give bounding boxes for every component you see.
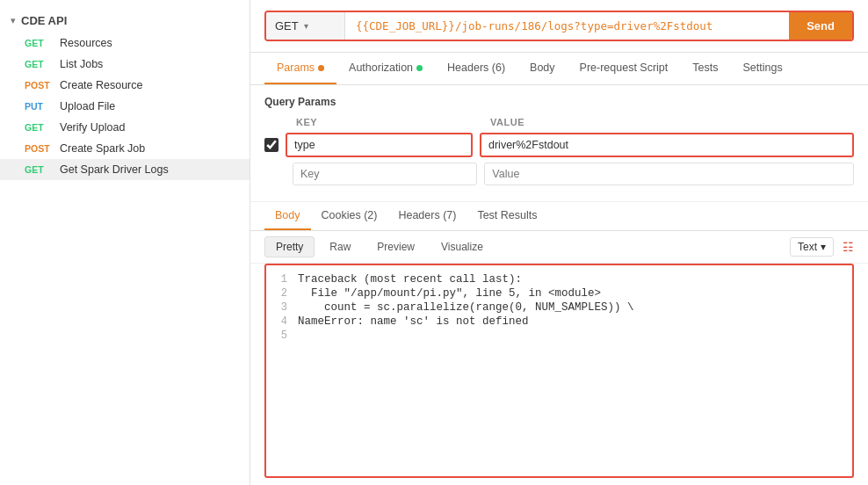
sidebar-item-resources[interactable]: GETResources <box>0 33 250 54</box>
text-format-chevron-icon: ▾ <box>821 241 826 253</box>
main-panel: GET ▾ Send ParamsAuthorizationHeaders (6… <box>250 0 868 485</box>
method-badge: GET <box>25 122 53 133</box>
text-format-select[interactable]: Text▾ <box>790 237 834 257</box>
code-output: 1Traceback (most recent call last):2 Fil… <box>264 264 854 478</box>
sidebar-item-create-spark-job[interactable]: POSTCreate Spark Job <box>0 138 250 159</box>
line-number: 2 <box>266 287 298 300</box>
param-value-input[interactable] <box>480 133 854 157</box>
line-number: 1 <box>266 273 298 286</box>
param-key-cell <box>286 133 473 157</box>
code-line: 1Traceback (most recent call last): <box>266 272 852 286</box>
key-col-header: KEY <box>293 117 480 127</box>
filter-icon[interactable]: ☷ <box>843 240 854 254</box>
text-format-label: Text <box>798 241 817 253</box>
line-content: NameError: name 'sc' is not defined <box>298 315 529 328</box>
sidebar-item-upload-file[interactable]: PUTUpload File <box>0 96 250 117</box>
request-tab-params[interactable]: Params <box>264 53 336 84</box>
request-tab-settings[interactable]: Settings <box>730 53 794 84</box>
line-number: 4 <box>266 315 298 328</box>
method-badge: PUT <box>25 101 53 112</box>
method-badge: POST <box>25 143 53 154</box>
line-content: count = sc.parallelize(range(0, NUM_SAMP… <box>298 301 634 314</box>
params-section: Query Params KEY VALUE <box>250 85 868 202</box>
sidebar-item-label: List Jobs <box>60 58 103 70</box>
value-col-header: VALUE <box>487 117 854 127</box>
method-label: GET <box>275 19 299 33</box>
sidebar-item-label: Get Spark Driver Logs <box>60 163 169 176</box>
response-tab-headers7[interactable]: Headers (7) <box>387 202 467 230</box>
code-line: 4NameError: name 'sc' is not defined <box>266 315 852 329</box>
param-row-1 <box>264 133 854 157</box>
code-line: 3 count = sc.parallelize(range(0, NUM_SA… <box>266 300 852 315</box>
line-content: File "/app/mount/pi.py", line 5, in <mod… <box>298 287 601 300</box>
sidebar-item-verify-upload[interactable]: GETVerify Upload <box>0 117 250 138</box>
param-checkbox[interactable] <box>264 138 278 152</box>
code-line: 5 <box>266 329 852 343</box>
params-table: KEY VALUE <box>264 117 854 185</box>
request-tab-headers6[interactable]: Headers (6) <box>435 53 517 84</box>
query-params-label: Query Params <box>264 96 854 108</box>
code-line: 2 File "/app/mount/pi.py", line 5, in <m… <box>266 286 852 300</box>
param-value-cell <box>480 133 854 157</box>
request-tab-pre-requestscript[interactable]: Pre-request Script <box>568 53 681 84</box>
format-tab-right: Text▾☷ <box>790 237 854 257</box>
response-tab-body[interactable]: Body <box>264 202 311 230</box>
url-input[interactable] <box>345 12 789 40</box>
request-tab-tests[interactable]: Tests <box>680 53 730 84</box>
orange-dot-icon <box>318 65 324 71</box>
sidebar-header[interactable]: ▾ CDE API <box>0 9 250 33</box>
format-tabs-bar: PrettyRawPreviewVisualizeText▾☷ <box>250 231 868 264</box>
sidebar-title: CDE API <box>21 14 67 27</box>
response-tabs-bar: BodyCookies (2)Headers (7)Test Results <box>250 202 868 231</box>
response-section: BodyCookies (2)Headers (7)Test Results P… <box>250 202 868 485</box>
method-select[interactable]: GET ▾ <box>266 12 345 40</box>
chevron-icon: ▾ <box>11 15 16 26</box>
format-tab-pretty[interactable]: Pretty <box>264 236 315 257</box>
param-key-placeholder-input[interactable] <box>293 163 477 185</box>
param-value-placeholder-cell <box>484 163 854 185</box>
send-button[interactable]: Send <box>789 12 852 40</box>
param-key-input[interactable] <box>286 133 473 157</box>
sidebar-item-label: Upload File <box>60 100 115 112</box>
sidebar-item-label: Create Resource <box>60 79 143 91</box>
url-bar-inner: GET ▾ Send <box>264 11 854 41</box>
format-tab-visualize[interactable]: Visualize <box>430 236 495 257</box>
sidebar-item-label: Create Spark Job <box>60 142 145 155</box>
method-chevron-icon: ▾ <box>304 21 308 31</box>
line-number: 5 <box>266 329 298 342</box>
param-key-placeholder-cell <box>293 163 477 185</box>
method-badge: GET <box>25 38 53 48</box>
sidebar-item-label: Verify Upload <box>60 121 125 134</box>
response-tab-cookies2[interactable]: Cookies (2) <box>311 202 388 230</box>
request-tab-authorization[interactable]: Authorization <box>336 53 435 84</box>
line-number: 3 <box>266 301 298 314</box>
sidebar: ▾ CDE API GETResourcesGETList JobsPOSTCr… <box>0 0 250 485</box>
format-tab-preview[interactable]: Preview <box>365 236 426 257</box>
params-header-row: KEY VALUE <box>264 117 854 127</box>
param-value-placeholder-input[interactable] <box>484 163 854 185</box>
method-badge: GET <box>25 59 53 69</box>
param-row-placeholder <box>264 163 854 185</box>
sidebar-item-get-spark-driver-logs[interactable]: GETGet Spark Driver Logs <box>0 159 250 180</box>
url-bar: GET ▾ Send <box>250 0 868 53</box>
green-dot-icon <box>416 65 423 71</box>
request-tabs-bar: ParamsAuthorizationHeaders (6)BodyPre-re… <box>250 53 868 85</box>
sidebar-item-list-jobs[interactable]: GETList Jobs <box>0 54 250 75</box>
line-content: Traceback (most recent call last): <box>298 273 522 286</box>
method-badge: GET <box>25 164 53 175</box>
sidebar-item-create-resource[interactable]: POSTCreate Resource <box>0 75 250 96</box>
format-tab-raw[interactable]: Raw <box>318 236 362 257</box>
method-badge: POST <box>25 80 53 90</box>
response-tab-testresults[interactable]: Test Results <box>467 202 547 230</box>
sidebar-item-label: Resources <box>60 37 112 49</box>
request-tab-body[interactable]: Body <box>517 53 568 84</box>
